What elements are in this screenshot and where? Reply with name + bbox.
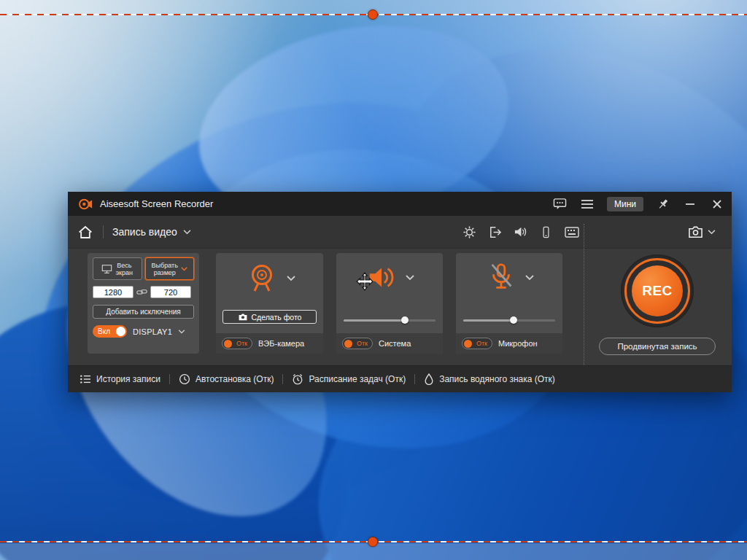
slider-fill	[463, 319, 514, 322]
separator	[282, 374, 283, 384]
mic-label: Микрофон	[498, 339, 538, 348]
system-toggle-off[interactable]: Отк	[342, 338, 373, 349]
webcam-label: ВЭБ-камера	[258, 339, 304, 348]
full-screen-label-line1: Весь	[117, 262, 131, 269]
screenshot-tool[interactable]	[688, 225, 716, 239]
microphone-muted-icon[interactable]	[484, 262, 518, 294]
display-panel: Весь экран Выбрать размер	[88, 253, 199, 354]
main-area: Весь экран Выбрать размер	[68, 249, 732, 367]
full-screen-button[interactable]: Весь экран	[93, 257, 142, 280]
history-list-icon	[80, 374, 91, 384]
toggle-knob	[464, 340, 472, 348]
slider-track[interactable]	[344, 319, 436, 322]
desktop-wallpaper: Aiseesoft Screen Recorder	[0, 0, 747, 560]
move-cursor-icon	[355, 272, 374, 291]
selection-handle-bottom[interactable]	[368, 537, 378, 547]
webcam-footer: Отк ВЭБ-камера	[216, 333, 323, 354]
toggle-knob	[224, 340, 232, 348]
chevron-down-icon[interactable]	[287, 276, 295, 281]
phone-icon[interactable]	[539, 225, 554, 239]
watermark-drop-icon	[424, 373, 434, 385]
slider-knob[interactable]	[401, 316, 409, 324]
system-volume-slider[interactable]	[344, 316, 436, 324]
keyboard-icon[interactable]	[565, 225, 579, 239]
system-footer: Отк Система	[336, 333, 443, 354]
selection-border-top[interactable]	[0, 14, 747, 15]
watermark-item[interactable]: Запись водяного знака (Отк)	[424, 373, 555, 385]
schedule-alarm-icon	[292, 373, 303, 385]
webcam-icon[interactable]	[244, 262, 279, 295]
menu-hamburger-icon[interactable]	[580, 197, 595, 211]
slider-fill	[344, 319, 405, 322]
toggle-knob	[344, 340, 352, 348]
system-label: Система	[379, 339, 411, 348]
chevron-down-icon[interactable]	[406, 275, 414, 281]
record-history-item[interactable]: История записи	[80, 374, 160, 384]
separator	[103, 225, 104, 238]
separator	[414, 374, 415, 384]
minimize-icon[interactable]	[683, 197, 697, 211]
add-exclusions-button[interactable]: Добавить исключения	[93, 305, 194, 319]
pin-icon[interactable]	[656, 197, 670, 211]
monitor-icon	[101, 264, 112, 274]
system-sound-panel: Отк Система	[336, 253, 443, 354]
record-mode-selector[interactable]: Запись видео	[112, 226, 191, 238]
photo-camera-icon	[238, 313, 248, 322]
height-input[interactable]	[150, 286, 191, 298]
task-schedule-item[interactable]: Расписание задач (Отк)	[292, 373, 406, 385]
separator	[169, 374, 170, 384]
custom-size-label-line1: Выбрать	[152, 262, 178, 269]
bottombar: История записи Автостановка (Отк) Распис	[68, 365, 732, 392]
autostop-label: Автостановка (Отк)	[196, 374, 274, 384]
app-logo-icon	[78, 197, 93, 211]
custom-size-label-line2: размер	[154, 269, 176, 276]
task-schedule-label: Расписание задач (Отк)	[309, 374, 406, 384]
system-toggle-label: Отк	[357, 340, 368, 347]
autostop-clock-icon	[179, 373, 190, 385]
rec-ring: REC	[624, 258, 690, 324]
selection-handle-top[interactable]	[368, 9, 378, 20]
watermark-label: Запись водяного знака (Отк)	[439, 374, 555, 384]
record-history-label: История записи	[96, 374, 160, 384]
aspect-link-icon	[136, 287, 147, 297]
mini-mode-button[interactable]: Мини	[607, 197, 643, 211]
mic-volume-slider[interactable]	[463, 316, 555, 324]
chevron-down-icon[interactable]	[525, 275, 534, 281]
advanced-record-button[interactable]: Продвинутая запись	[599, 338, 716, 355]
settings-gear-icon[interactable]	[462, 225, 477, 239]
take-photo-label: Сделать фото	[252, 313, 302, 322]
titlebar[interactable]: Aiseesoft Screen Recorder	[68, 192, 732, 216]
webcam-toggle-label: Отк	[236, 340, 247, 347]
mic-toggle-label: Отк	[476, 340, 487, 347]
sound-speaker-icon[interactable]	[514, 225, 528, 239]
toggle-knob	[116, 327, 125, 336]
webcam-panel: Сделать фото Отк ВЭБ-камера	[216, 253, 323, 354]
microphone-panel: Отк Микрофон	[456, 253, 562, 354]
custom-size-button[interactable]: Выбрать размер	[145, 257, 195, 280]
selection-border-bottom[interactable]	[0, 541, 747, 542]
chevron-down-icon	[181, 267, 187, 271]
autostop-item[interactable]: Автостановка (Отк)	[179, 373, 274, 385]
close-icon[interactable]	[710, 197, 724, 211]
rec-zone: REC Продвинутая запись	[584, 249, 732, 367]
webcam-toggle-off[interactable]: Отк	[222, 338, 252, 349]
full-screen-label-line2: экран	[115, 269, 133, 276]
slider-track[interactable]	[463, 319, 555, 322]
toggle-on-label: Вкл	[98, 327, 110, 335]
rec-button[interactable]: REC	[621, 254, 694, 327]
window-title: Aiseesoft Screen Recorder	[100, 198, 213, 209]
display-select[interactable]: DISPLAY1	[133, 327, 172, 336]
chevron-down-icon	[183, 230, 191, 235]
chevron-down-icon[interactable]	[178, 330, 185, 334]
take-photo-button[interactable]: Сделать фото	[222, 310, 317, 324]
record-mode-label: Запись видео	[112, 226, 177, 238]
toolbar: Запись видео	[68, 216, 732, 249]
feedback-chat-icon[interactable]	[553, 197, 568, 211]
mic-toggle-off[interactable]: Отк	[462, 338, 492, 349]
width-input[interactable]	[93, 286, 133, 298]
home-icon[interactable]	[78, 225, 93, 239]
slider-knob[interactable]	[510, 316, 517, 324]
chevron-down-icon	[708, 230, 716, 235]
display-toggle-on[interactable]: Вкл	[93, 325, 127, 338]
output-export-icon[interactable]	[488, 225, 503, 239]
